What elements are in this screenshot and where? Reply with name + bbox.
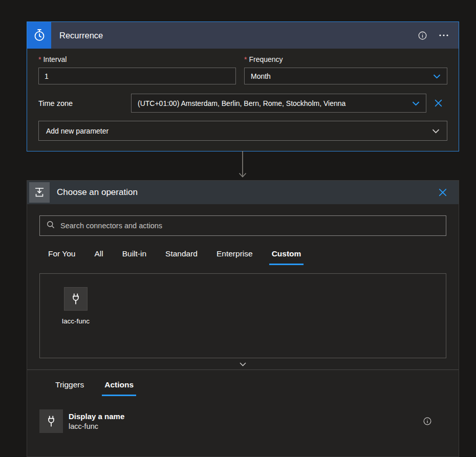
timezone-label: Time zone bbox=[38, 99, 131, 107]
required-marker: * bbox=[244, 55, 247, 63]
action-list-item[interactable]: Display a name lacc-func bbox=[39, 409, 446, 433]
tab-standard[interactable]: Standard bbox=[165, 249, 198, 265]
operation-type-tabs: Triggers Actions bbox=[39, 380, 446, 396]
card-title: Recurrence bbox=[59, 31, 103, 40]
flow-connector-arrow bbox=[237, 151, 248, 180]
recurrence-header-actions bbox=[415, 28, 451, 43]
search-box[interactable] bbox=[39, 215, 446, 236]
action-subtitle: lacc-func bbox=[69, 422, 124, 430]
search-input[interactable] bbox=[60, 222, 440, 230]
tab-built-in[interactable]: Built-in bbox=[122, 249, 146, 265]
info-icon[interactable] bbox=[415, 28, 430, 43]
required-marker: * bbox=[38, 55, 41, 63]
action-title: Display a name bbox=[69, 412, 124, 421]
tab-for-you[interactable]: For You bbox=[48, 249, 75, 265]
chevron-down-icon bbox=[432, 127, 440, 135]
info-icon[interactable] bbox=[420, 414, 435, 429]
frequency-value: Month bbox=[251, 72, 271, 80]
clear-timezone-icon[interactable] bbox=[429, 94, 447, 113]
interval-field-group: *Interval bbox=[38, 55, 236, 84]
frequency-select[interactable]: Month bbox=[244, 68, 447, 84]
timezone-select[interactable]: (UTC+01:00) Amsterdam, Berlin, Bern, Rom… bbox=[131, 94, 426, 113]
add-new-parameter-select[interactable]: Add new parameter bbox=[38, 121, 447, 141]
tab-actions[interactable]: Actions bbox=[104, 380, 134, 396]
connector-results-panel: lacc-func bbox=[39, 273, 446, 358]
frequency-label: *Frequency bbox=[244, 55, 447, 63]
card-title: Choose an operation bbox=[57, 187, 138, 198]
choose-operation-icon bbox=[29, 182, 50, 203]
choose-operation-card: Choose an operation For You All Built-in… bbox=[27, 180, 459, 457]
recurrence-icon bbox=[27, 22, 51, 49]
action-text: Display a name lacc-func bbox=[69, 412, 124, 430]
chevron-down-icon bbox=[412, 99, 420, 107]
connector-name: lacc-func bbox=[59, 317, 92, 325]
tab-all[interactable]: All bbox=[94, 249, 103, 265]
custom-connector-icon bbox=[39, 409, 63, 433]
tab-triggers[interactable]: Triggers bbox=[55, 380, 84, 396]
chevron-down-icon bbox=[433, 72, 441, 80]
frequency-field-group: *Frequency Month bbox=[244, 55, 447, 84]
tab-custom[interactable]: Custom bbox=[272, 249, 301, 265]
tab-enterprise[interactable]: Enterprise bbox=[217, 249, 253, 265]
timezone-value: (UTC+01:00) Amsterdam, Berlin, Bern, Rom… bbox=[138, 99, 345, 107]
collapse-panel-control[interactable] bbox=[27, 358, 459, 370]
interval-input[interactable] bbox=[38, 68, 236, 84]
connector-category-tabs: For You All Built-in Standard Enterprise… bbox=[39, 249, 446, 265]
connector-tile-lacc-func[interactable]: lacc-func bbox=[59, 287, 92, 325]
recurrence-trigger-card[interactable]: Recurrence *Interval *Fr bbox=[27, 21, 459, 151]
recurrence-card-body: *Interval *Frequency Month Time zone (UT… bbox=[27, 49, 459, 151]
recurrence-card-header[interactable]: Recurrence bbox=[27, 22, 459, 49]
operation-card-body: For You All Built-in Standard Enterprise… bbox=[27, 204, 459, 433]
close-icon[interactable] bbox=[435, 185, 450, 200]
operation-card-header: Choose an operation bbox=[27, 181, 459, 204]
more-options-icon[interactable] bbox=[436, 28, 451, 43]
custom-connector-icon bbox=[64, 287, 88, 311]
chevron-down-icon bbox=[240, 359, 246, 368]
interval-label: *Interval bbox=[38, 55, 236, 63]
add-new-parameter-label: Add new parameter bbox=[46, 127, 109, 135]
search-icon bbox=[46, 220, 55, 231]
